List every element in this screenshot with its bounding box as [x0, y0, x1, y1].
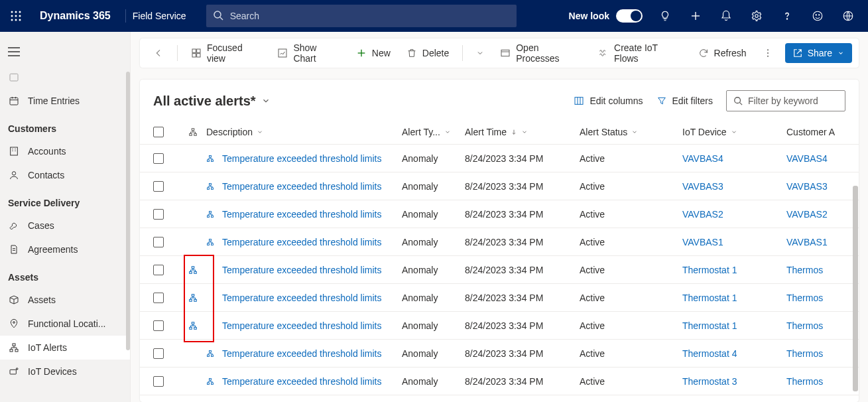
new-look-toggle[interactable]: New look — [569, 9, 643, 23]
sidebar-item-assets[interactable]: Assets — [0, 288, 130, 312]
app-name[interactable]: Field Service — [133, 11, 206, 21]
overflow-button[interactable] — [756, 44, 780, 62]
customer-link[interactable]: Thermos — [786, 265, 823, 275]
customer-link[interactable]: VAVBAS1 — [786, 237, 828, 247]
row-checkbox[interactable] — [153, 320, 164, 331]
row-checkbox[interactable] — [153, 265, 164, 275]
table-row[interactable]: Temperature exceeded threshold limitsAno… — [140, 172, 859, 200]
sidebar-item-agreements[interactable]: Agreements — [0, 237, 130, 261]
description-link[interactable]: Temperature exceeded threshold limits — [222, 181, 381, 192]
search-input[interactable] — [206, 5, 517, 27]
bell-icon[interactable] — [712, 0, 741, 32]
hierarchy-icon[interactable] — [188, 293, 198, 302]
hamburger-icon[interactable] — [0, 38, 130, 65]
share-button[interactable]: Share — [785, 43, 852, 63]
view-selector[interactable]: All active alerts* — [153, 94, 271, 109]
column-header-alert-time[interactable]: Alert Time — [465, 127, 580, 137]
alert-status-cell: Active — [580, 320, 682, 331]
device-link[interactable]: VAVBAS4 — [682, 153, 723, 164]
plus-icon[interactable] — [681, 0, 710, 32]
sidebar-item-cases[interactable]: Cases — [0, 214, 130, 237]
row-checkbox[interactable] — [153, 209, 164, 220]
app-launcher-icon[interactable] — [0, 0, 32, 32]
row-checkbox[interactable] — [153, 181, 164, 192]
table-row[interactable]: Temperature exceeded threshold limitsAno… — [140, 200, 859, 228]
device-link[interactable]: Thermostat 1 — [682, 320, 737, 331]
customer-link[interactable]: VAVBAS2 — [786, 209, 828, 220]
sidebar-item-iot-alerts[interactable]: IoT Alerts — [0, 336, 130, 360]
back-button[interactable] — [147, 44, 170, 62]
customer-link[interactable]: Thermos — [786, 376, 823, 387]
refresh-button[interactable]: Refresh — [692, 44, 753, 62]
smiley-icon[interactable] — [803, 0, 832, 32]
table-row[interactable]: Temperature exceeded threshold limitsAno… — [140, 284, 859, 312]
edit-columns-button[interactable]: Edit columns — [574, 96, 643, 106]
new-button[interactable]: New — [349, 44, 397, 62]
device-link[interactable]: Thermostat 4 — [682, 348, 737, 359]
column-header-alert-type[interactable]: Alert Ty... — [402, 127, 465, 137]
device-link[interactable]: VAVBAS2 — [682, 209, 723, 220]
gear-icon[interactable] — [742, 0, 771, 32]
row-checkbox[interactable] — [153, 153, 164, 164]
delete-button[interactable]: Delete — [400, 44, 456, 62]
hierarchy-column-header[interactable] — [180, 127, 206, 137]
select-all-checkbox[interactable] — [153, 127, 164, 137]
sidebar-item-truncated[interactable]: Time Off Requests — [0, 65, 130, 89]
description-link[interactable]: Temperature exceeded threshold limits — [222, 237, 381, 247]
show-chart-button[interactable]: Show Chart — [271, 38, 346, 68]
sidebar-item-accounts[interactable]: Accounts — [0, 139, 130, 163]
table-row[interactable]: Temperature exceeded threshold limitsAno… — [140, 145, 859, 172]
svg-line-61 — [740, 103, 743, 105]
customer-link[interactable]: VAVBAS4 — [786, 153, 828, 164]
description-link[interactable]: Temperature exceeded threshold limits — [222, 320, 381, 331]
create-iot-flows-button[interactable]: Create IoT Flows — [591, 38, 689, 68]
column-header-iot-device[interactable]: IoT Device — [682, 127, 786, 137]
table-row[interactable]: Temperature exceeded threshold limitsAno… — [140, 368, 859, 395]
customer-link[interactable]: VAVBAS3 — [786, 181, 828, 192]
customer-link[interactable]: Thermos — [786, 348, 823, 359]
description-link[interactable]: Temperature exceeded threshold limits — [222, 209, 381, 220]
table-row[interactable]: Temperature exceeded threshold limitsAno… — [140, 256, 859, 284]
row-checkbox[interactable] — [153, 348, 164, 359]
row-checkbox[interactable] — [153, 293, 164, 303]
column-header-customer[interactable]: Customer A — [786, 127, 839, 137]
customer-link[interactable]: Thermos — [786, 320, 823, 331]
device-link[interactable]: Thermostat 1 — [682, 265, 737, 275]
svg-point-6 — [11, 19, 13, 21]
description-link[interactable]: Temperature exceeded threshold limits — [222, 348, 381, 359]
svg-point-15 — [813, 11, 822, 21]
hierarchy-icon[interactable] — [188, 321, 198, 330]
description-link[interactable]: Temperature exceeded threshold limits — [222, 376, 381, 387]
sidebar-item-iot-devices[interactable]: IoT Devices — [0, 360, 130, 383]
sidebar-item-contacts[interactable]: Contacts — [0, 163, 130, 187]
device-link[interactable]: VAVBAS1 — [682, 237, 723, 247]
filter-keyword-input[interactable]: Filter by keyword — [726, 90, 845, 111]
help-icon[interactable] — [773, 0, 802, 32]
lightbulb-icon[interactable] — [651, 0, 680, 32]
sidebar-scrollbar[interactable] — [126, 72, 130, 350]
focused-view-button[interactable]: Focused view — [184, 38, 268, 68]
open-processes-button[interactable]: Open Processes — [493, 38, 589, 68]
customer-link[interactable]: Thermos — [786, 293, 823, 303]
column-header-description[interactable]: Description — [206, 127, 402, 137]
row-checkbox[interactable] — [153, 376, 164, 387]
device-link[interactable]: VAVBAS3 — [682, 181, 723, 192]
description-link[interactable]: Temperature exceeded threshold limits — [222, 153, 381, 164]
description-link[interactable]: Temperature exceeded threshold limits — [222, 265, 381, 275]
hierarchy-icon[interactable] — [188, 265, 198, 275]
delete-dropdown[interactable] — [469, 45, 491, 61]
edit-filters-button[interactable]: Edit filters — [656, 96, 713, 106]
row-checkbox[interactable] — [153, 237, 164, 247]
column-header-alert-status[interactable]: Alert Status — [580, 127, 682, 137]
grid-scrollbar[interactable] — [853, 186, 858, 391]
table-row[interactable]: Temperature exceeded threshold limitsAno… — [140, 340, 859, 368]
sidebar-item-time-entries[interactable]: Time Entries — [0, 89, 130, 113]
globe-icon[interactable] — [834, 0, 863, 32]
svg-point-4 — [15, 15, 17, 17]
sidebar-item-functional-locations[interactable]: Functional Locati... — [0, 312, 130, 336]
description-link[interactable]: Temperature exceeded threshold limits — [222, 293, 381, 303]
table-row[interactable]: Temperature exceeded threshold limitsAno… — [140, 228, 859, 256]
table-row[interactable]: Temperature exceeded threshold limitsAno… — [140, 312, 859, 340]
device-link[interactable]: Thermostat 3 — [682, 376, 737, 387]
device-link[interactable]: Thermostat 1 — [682, 293, 737, 303]
